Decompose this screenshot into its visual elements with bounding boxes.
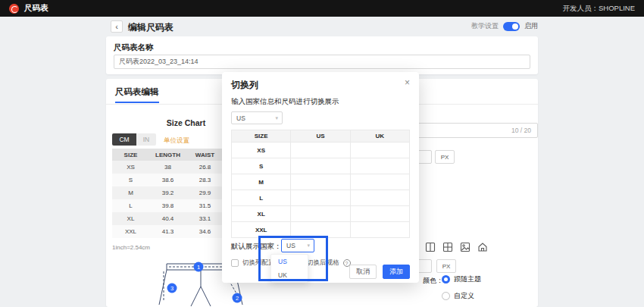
cell-size: L <box>232 190 291 206</box>
app-title: 尺码表 <box>24 3 48 14</box>
cell-waist[interactable]: 26.8 <box>186 161 224 174</box>
unit-cm-button[interactable]: CM <box>112 133 136 146</box>
size-table-row: M 39.2 29.9 <box>112 186 224 199</box>
cell-size: M <box>232 174 291 190</box>
cell-us-input[interactable] <box>291 222 350 238</box>
dropdown-option-uk[interactable]: UK <box>271 268 308 282</box>
page-header-actions: 教学设置 启用 <box>424 21 538 31</box>
col-header-us: US <box>291 130 350 143</box>
table-grid-icon[interactable] <box>442 241 453 252</box>
cell-uk-input[interactable] <box>350 190 409 206</box>
tutorial-settings-link[interactable]: 教学设置 <box>471 21 499 31</box>
radio-selected-icon <box>442 275 450 284</box>
page-title: 编辑尺码表 <box>128 21 174 34</box>
size-table-row: L 39.8 31.5 <box>112 199 224 212</box>
default-country-label: 默认展示国家： <box>231 242 282 252</box>
cancel-button[interactable]: 取消 <box>349 265 377 279</box>
modal-footer: 取消 添加 <box>222 265 419 279</box>
unit-settings-link[interactable]: 单位设置 <box>164 136 189 146</box>
switch-column-icon[interactable] <box>424 241 436 252</box>
cell-size[interactable]: L <box>112 199 149 212</box>
cell-size[interactable]: M <box>112 186 149 199</box>
marker-2: 2 <box>236 295 239 302</box>
cell-waist[interactable]: 31.5 <box>186 199 224 212</box>
switch-table-row: XL <box>232 206 410 222</box>
px-unit-label: PX <box>436 259 456 273</box>
close-icon[interactable]: × <box>405 77 410 88</box>
cell-length[interactable]: 38 <box>149 161 186 174</box>
cell-us-input[interactable] <box>291 174 350 190</box>
tab-chart-edit[interactable]: 尺码表编辑 <box>115 86 159 103</box>
shopline-logo-icon <box>9 4 19 14</box>
modal-title: 切换列 <box>231 79 258 92</box>
cell-length[interactable]: 40.4 <box>149 212 186 225</box>
cell-waist[interactable]: 34.6 <box>186 225 224 238</box>
cell-size[interactable]: S <box>112 174 149 186</box>
cell-uk-input[interactable] <box>350 174 409 190</box>
cell-uk-input[interactable] <box>350 143 409 158</box>
chevron-down-icon: ▾ <box>275 115 278 121</box>
cell-length[interactable]: 38.6 <box>149 174 186 186</box>
radio-unselected-icon <box>442 292 450 300</box>
col-header-size: SIZE <box>232 130 291 143</box>
cell-size: S <box>232 158 291 174</box>
image-icon[interactable] <box>459 241 470 252</box>
cell-waist[interactable]: 29.9 <box>186 186 224 199</box>
switch-table-row: M <box>232 174 410 190</box>
switch-table-row: S <box>232 158 410 174</box>
color-option-label: 自定义 <box>454 291 474 301</box>
chart-name-input[interactable] <box>114 55 530 69</box>
unit-in-button[interactable]: IN <box>136 133 156 146</box>
topbar: 尺码表 开发人员：SHOPLINE <box>0 0 644 17</box>
color-option-theme[interactable]: 跟随主题 <box>442 274 481 284</box>
switch-column-table: SIZE US UK XS S M L <box>231 130 410 238</box>
size-table-row: S 38.6 28.3 <box>112 174 224 186</box>
add-button[interactable]: 添加 <box>383 265 410 279</box>
cell-size[interactable]: XL <box>112 212 149 225</box>
country-select-value: US <box>236 114 245 122</box>
cell-us-input[interactable] <box>291 206 350 222</box>
table-toolbar <box>424 241 488 252</box>
country-select[interactable]: US ▾ <box>231 111 283 124</box>
cell-us-input[interactable] <box>291 143 350 158</box>
default-country-select[interactable]: US ▾ <box>281 239 314 252</box>
unit-conversion-note: 1inch=2.54cm <box>112 244 150 251</box>
back-button[interactable]: ‹ <box>111 20 123 33</box>
cell-uk-input[interactable] <box>350 158 409 174</box>
cell-length[interactable]: 39.8 <box>149 199 186 212</box>
toggle-state-label: 启用 <box>524 21 538 31</box>
cell-us-input[interactable] <box>291 158 350 174</box>
home-template-icon[interactable] <box>477 241 488 252</box>
switch-table-row: XXL <box>232 222 410 238</box>
marker-3: 3 <box>170 285 174 292</box>
size-table-row: XS 38 26.8 <box>112 161 224 174</box>
char-counter: 10 / 20 <box>511 127 531 134</box>
enable-toggle[interactable] <box>503 22 520 31</box>
chart-name-card: 尺码表名称 <box>106 36 538 74</box>
cell-uk-input[interactable] <box>350 206 409 222</box>
cell-length[interactable]: 39.2 <box>149 186 186 199</box>
size-chart-table: SIZE LENGTH WAIST XS 38 26.8 S 38.6 28.3… <box>112 149 224 238</box>
cell-us-input[interactable] <box>291 190 350 206</box>
switch-table-header-row: SIZE US UK <box>232 130 410 143</box>
col-header-uk: UK <box>350 130 409 143</box>
color-option-custom[interactable]: 自定义 <box>442 291 474 301</box>
cell-length[interactable]: 41.3 <box>149 225 186 238</box>
size-table-header-row: SIZE LENGTH WAIST <box>112 149 224 161</box>
chart-name-label: 尺码表名称 <box>114 42 154 53</box>
cell-size[interactable]: XS <box>112 161 149 174</box>
title-text-input[interactable]: 10 / 20 <box>409 123 538 138</box>
cell-size[interactable]: XXL <box>112 225 149 238</box>
size-table-row: XL 40.4 33.1 <box>112 212 224 225</box>
cell-uk-input[interactable] <box>350 222 409 238</box>
cell-size: XL <box>232 206 291 222</box>
cell-size: XXL <box>232 222 291 238</box>
cell-waist[interactable]: 28.3 <box>186 174 224 186</box>
chevron-down-icon: ▾ <box>307 243 310 249</box>
switch-table-row: L <box>232 190 410 206</box>
px-unit-label: PX <box>435 150 455 164</box>
cell-waist[interactable]: 33.1 <box>186 212 224 225</box>
marker-1: 1 <box>197 264 200 271</box>
size-table-row: XXL 41.3 34.6 <box>112 225 224 238</box>
dropdown-option-us[interactable]: US <box>271 255 308 268</box>
